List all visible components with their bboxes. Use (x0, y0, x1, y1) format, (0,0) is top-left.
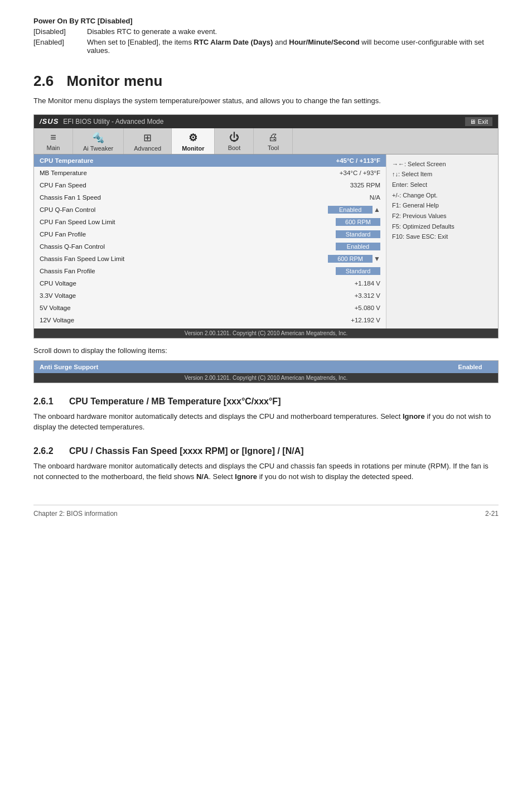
exit-label: Exit (478, 118, 488, 125)
ai-tweaker-icon: 🔩 (92, 132, 104, 144)
section-2-6-1-num: 2.6.1 (33, 397, 54, 406)
kbd-hint-0: →←: Select Screen (392, 159, 492, 170)
footer-left: Chapter 2: BIOS information (33, 510, 118, 518)
row-chassis-fanprofile-label: Chassis Fan Profile (40, 268, 336, 274)
small-bios-box: Anti Surge Support Enabled Version 2.00.… (33, 360, 499, 383)
nav-tool-label: Tool (268, 144, 279, 151)
table-row[interactable]: CPU Fan Speed Low Limit 600 RPM (34, 216, 386, 228)
table-row[interactable]: 12V Voltage +12.192 V (34, 314, 386, 326)
section-2-6-heading: Monitor menu (66, 73, 162, 89)
power-on-rtc-heading: Power On By RTC [Disabled] (33, 17, 499, 25)
section-2-6-2-title: 2.6.2 CPU / Chassis Fan Speed [xxxx RPM]… (33, 446, 499, 456)
row-cpu-fan-value: 3325 RPM (350, 182, 380, 189)
row-chassis-fan1-label: Chassis Fan 1 Speed (40, 194, 370, 201)
kbd-hint-5: F2: Previous Values (392, 211, 492, 221)
row-cpu-qfan-label: CPU Q-Fan Control (40, 206, 328, 213)
enabled-desc: [Enabled] When set to [Enabled], the ite… (33, 38, 499, 55)
scroll-note: Scroll down to display the following ite… (33, 346, 499, 355)
nav-advanced-label: Advanced (134, 145, 161, 152)
footer-right: 2-21 (485, 510, 499, 518)
row-cpu-qfan-badge: Enabled (328, 206, 373, 214)
monitor-icon: ⚙ (188, 132, 197, 144)
nav-advanced[interactable]: ⊞ Advanced (124, 128, 172, 154)
table-row[interactable]: MB Temperature +34°C / +93°F (34, 167, 386, 179)
bios-exit-button[interactable]: 🖥 Exit (465, 117, 492, 126)
section-2-6-1-title: 2.6.1 CPU Temperature / MB Temperature [… (33, 397, 499, 407)
enabled-bold1: RTC Alarm Date (Days) (194, 38, 273, 46)
keyboard-hints: →←: Select Screen ↑↓: Select Item Enter:… (392, 159, 492, 243)
kbd-hint-3: +/-: Change Opt. (392, 190, 492, 201)
row-chassis-qfan-label: Chassis Q-Fan Control (40, 243, 336, 250)
table-row[interactable]: CPU Voltage +1.184 V (34, 277, 386, 289)
anti-surge-label: Anti Surge Support (40, 364, 448, 370)
section-2-6-2-bold1: N/A (196, 472, 209, 481)
enabled-text-mid: and (273, 38, 289, 46)
anti-surge-badge: Enabled (448, 363, 492, 371)
table-row[interactable]: CPU Fan Profile Standard (34, 228, 386, 240)
nav-main[interactable]: ≡ Main (34, 128, 73, 154)
bios-titlebar: /SUS EFI BIOS Utility - Advanced Mode 🖥 … (34, 115, 498, 128)
section-2-6-2-bold2: Ignore (235, 472, 257, 481)
nav-monitor[interactable]: ⚙ Monitor (172, 128, 215, 154)
row-chassis-qfan-badge: Enabled (336, 243, 380, 250)
section-2-6-1-bold: Ignore (403, 412, 425, 421)
nav-ai-tweaker-label: Ai Tweaker (83, 145, 113, 152)
bios-content: CPU Temperature +45°C / +113°F MB Temper… (34, 154, 498, 328)
small-bios-footer: Version 2.00.1201. Copyright (C) 2010 Am… (34, 373, 498, 383)
row-cpu-voltage-label: CPU Voltage (40, 280, 355, 287)
row-cpu-fanspeed-badge: 600 RPM (336, 218, 380, 226)
section-2-6-2-num: 2.6.2 (33, 446, 54, 456)
disabled-label: [Disabled] (33, 27, 78, 36)
nav-monitor-label: Monitor (182, 145, 204, 152)
row-5v-label: 5V Voltage (40, 305, 355, 311)
table-row[interactable]: 3.3V Voltage +3.312 V (34, 289, 386, 302)
enabled-text: When set to [Enabled], the items RTC Ala… (87, 38, 499, 55)
bios-ui-box: /SUS EFI BIOS Utility - Advanced Mode 🖥 … (33, 114, 499, 339)
row-chassis-fanprofile-badge: Standard (336, 267, 380, 275)
section-2-6-2-text: The onboard hardware monitor automatical… (33, 461, 499, 482)
tool-icon: 🖨 (268, 132, 278, 143)
table-row[interactable]: Chassis Fan Profile Standard (34, 265, 386, 277)
table-row[interactable]: Anti Surge Support Enabled (34, 361, 498, 373)
bios-footer: Version 2.00.1201. Copyright (C) 2010 Am… (34, 328, 498, 338)
page-footer: Chapter 2: BIOS information 2-21 (33, 505, 499, 518)
row-cpu-temp-value: +45°C / +113°F (336, 157, 380, 164)
table-row[interactable]: CPU Q-Fan Control Enabled ▲ (34, 204, 386, 216)
bios-nav: ≡ Main 🔩 Ai Tweaker ⊞ Advanced ⚙ Monitor… (34, 128, 498, 154)
section-2-6-num: 2.6 (33, 73, 54, 89)
scroll-down-arrow: ▼ (374, 255, 380, 263)
boot-icon: ⏻ (229, 132, 239, 143)
nav-boot[interactable]: ⏻ Boot (215, 128, 254, 154)
kbd-hint-7: F10: Save ESC: Exit (392, 231, 492, 242)
table-row[interactable]: CPU Temperature +45°C / +113°F (34, 154, 386, 167)
enabled-text-start: When set to [Enabled], the items (87, 38, 194, 46)
row-5v-value: +5.080 V (355, 305, 380, 311)
kbd-hint-2: Enter: Select (392, 180, 492, 190)
advanced-icon: ⊞ (143, 132, 152, 144)
row-12v-label: 12V Voltage (40, 317, 351, 323)
nav-ai-tweaker[interactable]: 🔩 Ai Tweaker (73, 128, 124, 154)
section-2-6-1-heading: CPU Temperature / MB Temperature [xxx°C/… (69, 397, 280, 406)
nav-tool[interactable]: 🖨 Tool (254, 128, 293, 154)
nav-boot-label: Boot (228, 144, 241, 151)
row-cpu-fanprofile-label: CPU Fan Profile (40, 231, 336, 238)
row-cpu-fan-label: CPU Fan Speed (40, 182, 350, 189)
section-2-6-title: 2.6 Monitor menu (33, 73, 499, 90)
section-2-6-1-text1: The onboard hardware monitor automatical… (33, 412, 403, 421)
section-2-6-2-text3: if you do not wish to display the detect… (257, 472, 413, 481)
table-row[interactable]: Chassis Fan Speed Low Limit 600 RPM ▼ (34, 253, 386, 265)
bios-left-panel: CPU Temperature +45°C / +113°F MB Temper… (34, 154, 386, 328)
table-row[interactable]: Chassis Fan 1 Speed N/A (34, 191, 386, 204)
disabled-desc: [Disabled] Disables RTC to generate a wa… (33, 27, 499, 36)
kbd-hint-4: F1: General Help (392, 200, 492, 211)
table-row[interactable]: Chassis Q-Fan Control Enabled (34, 240, 386, 253)
table-row[interactable]: CPU Fan Speed 3325 RPM (34, 179, 386, 191)
row-mb-temp-label: MB Temperature (40, 170, 340, 176)
table-row[interactable]: 5V Voltage +5.080 V (34, 302, 386, 314)
row-cpu-temp-label: CPU Temperature (40, 157, 336, 164)
section-2-6-2-text2: . Select (209, 472, 235, 481)
section-2-6-intro: The Monitor menu displays the system tem… (33, 95, 499, 107)
bios-right-panel: →←: Select Screen ↑↓: Select Item Enter:… (386, 154, 498, 328)
small-bios-content: Anti Surge Support Enabled (34, 361, 498, 373)
row-12v-value: +12.192 V (351, 317, 380, 323)
